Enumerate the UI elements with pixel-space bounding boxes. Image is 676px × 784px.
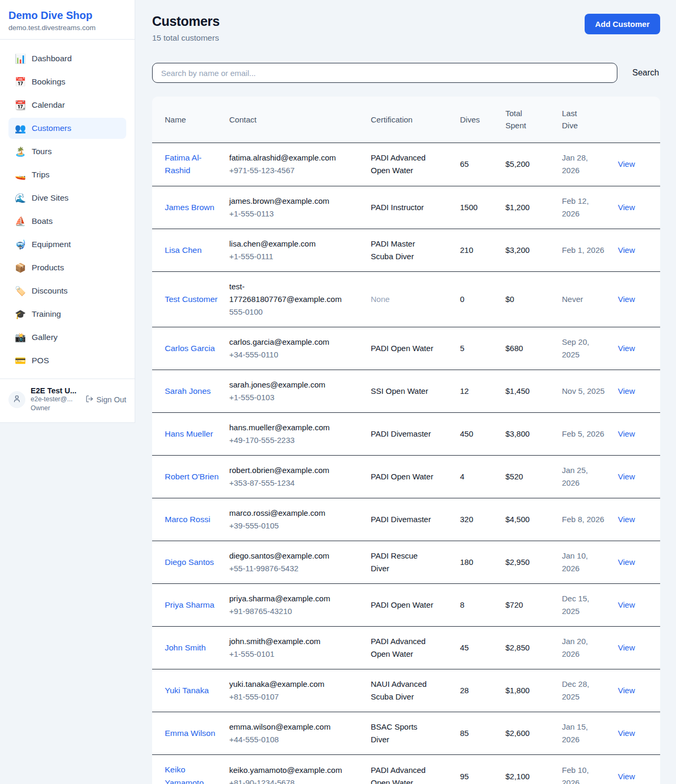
sidebar-item-gallery[interactable]: 📸 Gallery <box>8 327 126 348</box>
shop-domain: demo.test.divestreams.com <box>8 24 126 32</box>
customer-dives: 95 <box>460 755 505 784</box>
customer-name-link[interactable]: Priya Sharma <box>165 600 214 609</box>
sidebar-item-equipment[interactable]: 🤿 Equipment <box>8 234 126 255</box>
graduation-cap-icon: 🎓 <box>15 310 25 319</box>
customer-phone: +44-555-0108 <box>229 733 344 746</box>
customer-name-link[interactable]: Carlos Garcia <box>165 344 215 353</box>
customer-certification: BSAC Sports Diver <box>371 712 460 755</box>
label-icon: 🏷️ <box>15 287 25 296</box>
credit-card-icon: 💳 <box>15 356 25 365</box>
customer-name-link[interactable]: Test Customer <box>165 295 218 304</box>
customer-phone: +81-555-0107 <box>229 691 344 703</box>
view-link[interactable]: View <box>618 600 635 609</box>
sidebar-item-products[interactable]: 📦 Products <box>8 257 126 278</box>
customer-total-spent: $2,850 <box>505 627 562 669</box>
view-link[interactable]: View <box>618 772 635 781</box>
customers-table: NameContactCertificationDivesTotal Spent… <box>152 97 660 784</box>
customer-last-dive: Feb 12, 2026 <box>562 186 618 229</box>
column-header: Last Dive <box>562 107 578 132</box>
sidebar-item-customers[interactable]: 👥 Customers <box>8 118 126 139</box>
view-link[interactable]: View <box>618 429 635 438</box>
customer-dives: 1500 <box>460 186 505 229</box>
column-header: Total Spent <box>505 107 526 132</box>
customer-email: james.brown@example.com <box>229 195 344 207</box>
customers-table-card: NameContactCertificationDivesTotal Spent… <box>152 97 660 784</box>
person-icon <box>13 394 21 405</box>
page-title: Customers <box>152 14 220 29</box>
customer-last-dive: Sep 20, 2025 <box>562 327 618 370</box>
customer-name-link[interactable]: Hans Mueller <box>165 429 213 438</box>
customer-name-link[interactable]: Fatima Al-Rashid <box>165 153 202 175</box>
wave-icon: 🌊 <box>15 194 25 203</box>
customer-name-link[interactable]: John Smith <box>165 643 206 652</box>
customer-phone: +81-90-1234-5678 <box>229 777 344 784</box>
customer-last-dive: Jan 25, 2026 <box>562 456 618 498</box>
view-link[interactable]: View <box>618 643 635 652</box>
customer-email: lisa.chen@example.com <box>229 238 344 250</box>
sign-out-label: Sign Out <box>97 395 126 404</box>
view-link[interactable]: View <box>618 344 635 353</box>
customer-name-link[interactable]: Diego Santos <box>165 558 214 566</box>
sidebar-item-calendar[interactable]: 📆 Calendar <box>8 95 126 116</box>
customer-dives: 12 <box>460 370 505 413</box>
sidebar-item-tours[interactable]: 🏝️ Tours <box>8 141 126 162</box>
user-role: Owner <box>31 404 80 413</box>
customer-dives: 5 <box>460 327 505 370</box>
customer-total-spent: $2,600 <box>505 712 562 755</box>
sidebar-item-bookings[interactable]: 📅 Bookings <box>8 71 126 92</box>
sailboat-icon: ⛵ <box>15 217 25 226</box>
customer-name-link[interactable]: Emma Wilson <box>165 729 215 738</box>
customer-email: john.smith@example.com <box>229 635 344 648</box>
customer-name-link[interactable]: Yuki Tanaka <box>165 686 209 695</box>
view-link[interactable]: View <box>618 558 635 566</box>
sidebar-item-boats[interactable]: ⛵ Boats <box>8 211 126 232</box>
customer-email: emma.wilson@example.com <box>229 721 344 733</box>
table-row: Fatima Al-Rashid fatima.alrashid@example… <box>152 143 660 186</box>
customer-last-dive: Feb 1, 2026 <box>562 229 618 272</box>
view-link[interactable]: View <box>618 515 635 524</box>
view-link[interactable]: View <box>618 729 635 738</box>
customer-total-spent: $1,800 <box>505 669 562 712</box>
view-link[interactable]: View <box>618 245 635 254</box>
sidebar-item-training[interactable]: 🎓 Training <box>8 304 126 325</box>
customer-dives: 0 <box>460 272 505 327</box>
customer-total-spent: $2,100 <box>505 755 562 784</box>
search-button[interactable]: Search <box>631 65 660 81</box>
customer-email: diego.santos@example.com <box>229 550 344 562</box>
view-link[interactable]: View <box>618 159 635 168</box>
table-row: Diego Santos diego.santos@example.com +5… <box>152 541 660 584</box>
customer-certification: PADI Master Scuba Diver <box>371 229 460 272</box>
view-link[interactable]: View <box>618 203 635 212</box>
sidebar-item-dive-sites[interactable]: 🌊 Dive Sites <box>8 187 126 209</box>
page-header: Customers 15 total customers Add Custome… <box>152 14 660 43</box>
sidebar-header: Demo Dive Shop demo.test.divestreams.com <box>0 0 135 40</box>
view-link[interactable]: View <box>618 472 635 481</box>
customer-certification: NAUI Advanced Scuba Diver <box>371 669 460 712</box>
customer-name-link[interactable]: James Brown <box>165 203 214 212</box>
table-row: Hans Mueller hans.mueller@example.com +4… <box>152 413 660 456</box>
customer-name-link[interactable]: Keiko Yamamoto <box>165 765 204 784</box>
customer-name-link[interactable]: Marco Rossi <box>165 515 210 524</box>
customer-dives: 4 <box>460 456 505 498</box>
sidebar-item-trips[interactable]: 🚤 Trips <box>8 164 126 185</box>
search-row: Search <box>152 63 660 83</box>
table-row: Yuki Tanaka yuki.tanaka@example.com +81-… <box>152 669 660 712</box>
sidebar-item-dashboard[interactable]: 📊 Dashboard <box>8 48 126 69</box>
customer-name-link[interactable]: Sarah Jones <box>165 386 211 395</box>
search-input[interactable] <box>152 63 617 83</box>
customer-last-dive: Feb 5, 2026 <box>562 413 618 456</box>
customer-phone: +1-555-0113 <box>229 207 344 220</box>
column-header: Contact <box>229 115 257 124</box>
add-customer-button[interactable]: Add Customer <box>585 14 660 34</box>
sign-out-button[interactable]: Sign Out <box>86 395 126 404</box>
calendar-date-icon: 📅 <box>15 78 25 87</box>
main-content: Customers 15 total customers Add Custome… <box>135 0 676 784</box>
sidebar-item-discounts[interactable]: 🏷️ Discounts <box>8 280 126 301</box>
view-link[interactable]: View <box>618 386 635 395</box>
customer-name-link[interactable]: Robert O'Brien <box>165 472 219 481</box>
table-row: Emma Wilson emma.wilson@example.com +44-… <box>152 712 660 755</box>
customer-name-link[interactable]: Lisa Chen <box>165 245 202 254</box>
view-link[interactable]: View <box>618 686 635 695</box>
sidebar-item-pos[interactable]: 💳 POS <box>8 350 126 371</box>
view-link[interactable]: View <box>618 295 635 304</box>
